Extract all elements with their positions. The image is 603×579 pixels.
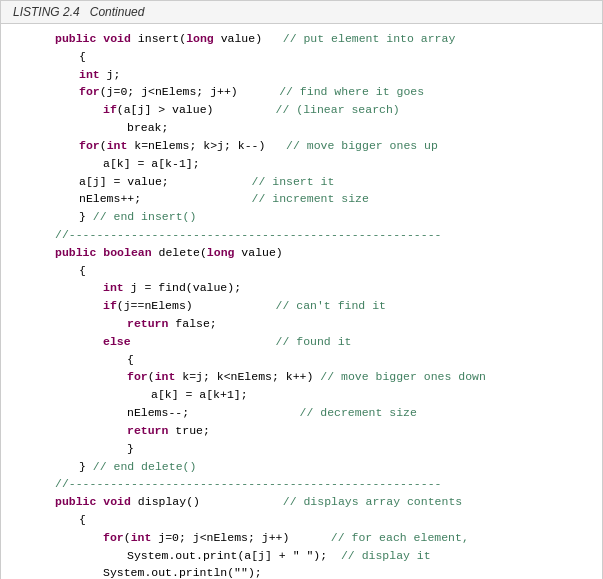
code-line: for(int k=j; k<nElems; k++) // move bigg… — [31, 368, 590, 386]
code-token-keyword: return — [127, 424, 168, 437]
code-token-normal: j=0; j<nElems; j++) — [151, 531, 330, 544]
code-token-normal: value) — [234, 246, 282, 259]
code-token-normal: a[j] = value; — [79, 175, 252, 188]
code-line: if(j==nElems) // can't find it — [31, 297, 590, 315]
code-token-normal: (j==nElems) — [117, 299, 276, 312]
code-token-normal: k=nElems; k>j; k--) — [127, 139, 286, 152]
code-line: nElems++; // increment size — [31, 190, 590, 208]
code-token-keyword: int — [131, 531, 152, 544]
code-token-comment: // insert it — [252, 175, 335, 188]
code-token-keyword: int — [155, 370, 176, 383]
code-token-normal: false; — [168, 317, 216, 330]
code-token-comment: // found it — [276, 335, 352, 348]
code-token-normal: nElems++; — [79, 192, 252, 205]
code-line: } // end insert() — [31, 208, 590, 226]
listing-subtitle: Continued — [90, 5, 145, 19]
code-token-keyword: return — [127, 317, 168, 330]
code-area: public void insert(long value) // put el… — [1, 24, 602, 579]
code-line: { — [31, 48, 590, 66]
code-token-comment: // move bigger ones down — [320, 370, 486, 383]
code-token-comment: // decrement size — [300, 406, 417, 419]
code-token-comment: // can't find it — [276, 299, 386, 312]
code-line: a[k] = a[k+1]; — [31, 386, 590, 404]
code-token-normal: (a[j] > value) — [117, 103, 276, 116]
code-line: int j; — [31, 66, 590, 84]
code-token-normal: delete( — [152, 246, 207, 259]
code-token-comment: // for each element, — [331, 531, 469, 544]
code-line: System.out.println(""); — [31, 564, 590, 579]
code-token-comment: // (linear search) — [276, 103, 400, 116]
code-line: a[j] = value; // insert it — [31, 173, 590, 191]
code-token-keyword: for — [103, 531, 124, 544]
code-token-comment: // put element into array — [283, 32, 456, 45]
code-line: System.out.print(a[j] + " "); // display… — [31, 547, 590, 565]
code-token-normal: true; — [168, 424, 209, 437]
code-line: else // found it — [31, 333, 590, 351]
code-line: public void display() // displays array … — [31, 493, 590, 511]
code-token-keyword: int — [79, 68, 100, 81]
code-token-normal: insert( — [131, 32, 186, 45]
code-line: { — [31, 262, 590, 280]
code-token-comment: // displays array contents — [283, 495, 462, 508]
code-line: if(a[j] > value) // (linear search) — [31, 101, 590, 119]
code-token-normal: ( — [148, 370, 155, 383]
code-token-keyword: public void — [55, 32, 131, 45]
code-token-keyword: for — [79, 139, 100, 152]
code-token-normal: } — [79, 460, 93, 473]
code-token-keyword: for — [127, 370, 148, 383]
code-token-normal: nElems--; — [127, 406, 300, 419]
code-token-comment: // move bigger ones up — [286, 139, 438, 152]
code-token-normal: } — [79, 210, 93, 223]
code-token-comment: // end delete() — [93, 460, 197, 473]
code-token-keyword: public boolean — [55, 246, 152, 259]
code-token-keyword: int — [107, 139, 128, 152]
code-token-keyword: long — [186, 32, 214, 45]
listing-container: LISTING 2.4 Continued public void insert… — [0, 0, 603, 579]
code-line: return true; — [31, 422, 590, 440]
code-line: for(int j=0; j<nElems; j++) // for each … — [31, 529, 590, 547]
code-line: return false; — [31, 315, 590, 333]
code-line: for(int k=nElems; k>j; k--) // move bigg… — [31, 137, 590, 155]
code-line: } — [31, 440, 590, 458]
code-token-normal — [131, 335, 276, 348]
code-token-normal: (j=0; j<nElems; j++) — [100, 85, 279, 98]
code-line: { — [31, 511, 590, 529]
code-token-keyword: long — [207, 246, 235, 259]
code-line: public boolean delete(long value) — [31, 244, 590, 262]
code-line: nElems--; // decrement size — [31, 404, 590, 422]
code-line: } // end delete() — [31, 458, 590, 476]
code-token-normal: value) — [214, 32, 283, 45]
code-token-comment: // display it — [341, 549, 431, 562]
code-token-keyword: else — [103, 335, 131, 348]
code-token-keyword: if — [103, 299, 117, 312]
code-token-normal: j = find(value); — [124, 281, 241, 294]
code-token-comment: // end insert() — [93, 210, 197, 223]
code-line: public void insert(long value) // put el… — [31, 30, 590, 48]
code-token-normal: j; — [100, 68, 121, 81]
code-token-keyword: for — [79, 85, 100, 98]
code-token-comment: // increment size — [252, 192, 369, 205]
code-line: //--------------------------------------… — [31, 475, 590, 493]
code-token-normal: ( — [100, 139, 107, 152]
code-token-normal: display() — [131, 495, 283, 508]
code-token-keyword: public void — [55, 495, 131, 508]
listing-header: LISTING 2.4 Continued — [1, 1, 602, 24]
code-token-keyword: if — [103, 103, 117, 116]
code-token-keyword: int — [103, 281, 124, 294]
code-line: break; — [31, 119, 590, 137]
code-line: //--------------------------------------… — [31, 226, 590, 244]
code-line: for(j=0; j<nElems; j++) // find where it… — [31, 83, 590, 101]
code-line: { — [31, 351, 590, 369]
code-token-comment: // find where it goes — [279, 85, 424, 98]
code-token-normal: ( — [124, 531, 131, 544]
code-line: int j = find(value); — [31, 279, 590, 297]
code-token-normal: k=j; k<nElems; k++) — [175, 370, 320, 383]
listing-title: LISTING 2.4 — [13, 5, 80, 19]
code-line: a[k] = a[k-1]; — [31, 155, 590, 173]
code-token-normal: System.out.print(a[j] + " "); — [127, 549, 341, 562]
